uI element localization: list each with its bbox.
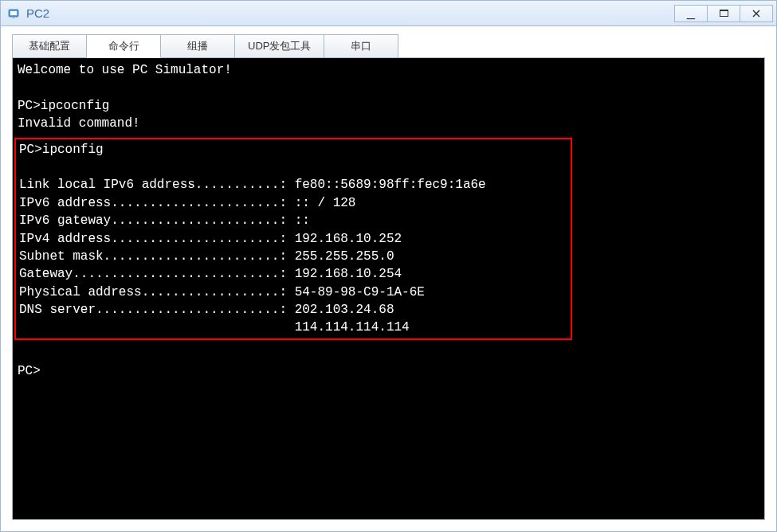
- terminal-line: [18, 79, 759, 96]
- terminal-line: PC>ipcocnfig: [18, 97, 759, 115]
- terminal-panel[interactable]: Welcome to use PC Simulator! PC>ipcocnfi…: [12, 57, 765, 520]
- terminal-line: [18, 345, 759, 362]
- tab-multicast[interactable]: 组播: [160, 34, 235, 58]
- terminal-line: Gateway...........................: 192.…: [19, 265, 567, 283]
- window-title: PC2: [26, 6, 675, 20]
- terminal-line: PC>ipconfig: [19, 141, 567, 158]
- tab-serial[interactable]: 串口: [324, 34, 398, 58]
- terminal-line: Physical address..................: 54-8…: [19, 284, 567, 301]
- terminal-output: Welcome to use PC Simulator! PC>ipcocnfi…: [18, 61, 759, 381]
- terminal-line: DNS server........................: 202.…: [19, 301, 567, 319]
- tab-basic-config[interactable]: 基础配置: [12, 34, 87, 58]
- terminal-line: 114.114.114.114: [19, 319, 567, 336]
- close-button[interactable]: [740, 5, 773, 22]
- window-controls: _: [675, 5, 773, 22]
- terminal-line[interactable]: PC>: [18, 362, 759, 380]
- terminal-line: Invalid command!: [18, 115, 759, 132]
- tab-label: 命令行: [108, 39, 139, 53]
- tab-label: 串口: [351, 39, 371, 53]
- prompt: PC>: [18, 364, 41, 378]
- tab-cli[interactable]: 命令行: [86, 34, 161, 58]
- terminal-line: [19, 158, 567, 176]
- tab-label: 基础配置: [29, 39, 70, 53]
- terminal-line: Link local IPv6 address...........: fe80…: [19, 176, 567, 194]
- maximize-button[interactable]: [707, 5, 740, 22]
- tab-udp-tool[interactable]: UDP发包工具: [234, 34, 324, 58]
- app-window: PC2 _ 基础配置 命令行 组播 UDP发包工具 串口 Welcome to …: [0, 0, 777, 532]
- terminal-line: Subnet mask.......................: 255.…: [19, 248, 567, 265]
- terminal-line: IPv4 address......................: 192.…: [19, 230, 567, 248]
- terminal-line: IPv6 address......................: :: /…: [19, 194, 567, 212]
- svg-rect-2: [12, 17, 15, 18]
- command-text: ipcocnfig: [41, 99, 109, 113]
- title-bar: PC2 _: [1, 1, 776, 26]
- command-text: ipconfig: [42, 143, 104, 157]
- prompt: PC>: [19, 143, 42, 157]
- minimize-button[interactable]: _: [674, 5, 708, 22]
- tab-bar: 基础配置 命令行 组播 UDP发包工具 串口: [12, 34, 765, 58]
- svg-rect-1: [10, 11, 17, 15]
- content-area: 基础配置 命令行 组播 UDP发包工具 串口 Welcome to use PC…: [1, 26, 776, 531]
- terminal-line: IPv6 gateway......................: ::: [19, 212, 567, 229]
- terminal-line: Welcome to use PC Simulator!: [18, 61, 759, 79]
- app-icon: [7, 6, 22, 21]
- prompt: PC>: [18, 99, 41, 113]
- tab-label: UDP发包工具: [248, 39, 311, 53]
- highlight-box: PC>ipconfig Link local IPv6 address.....…: [14, 138, 572, 340]
- tab-label: 组播: [187, 39, 208, 53]
